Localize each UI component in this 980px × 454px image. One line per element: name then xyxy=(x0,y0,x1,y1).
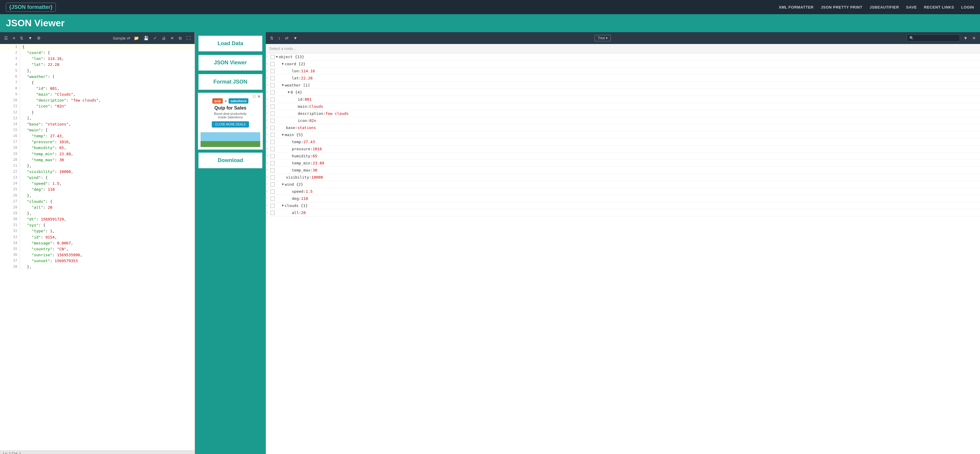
drag-handle: ⠿ xyxy=(266,204,269,207)
tree-row[interactable]: ⠿ id : 801 xyxy=(266,96,980,103)
tree-up-icon[interactable]: ⇅ xyxy=(269,35,275,41)
tree-checkbox[interactable] xyxy=(270,211,275,215)
tree-indent xyxy=(276,211,288,215)
ad-cta-button[interactable]: CLOSE MORE DEALS xyxy=(212,121,249,127)
tree-row[interactable]: ⠿ all : 20 xyxy=(266,209,980,216)
tree-view-button[interactable]: Tree ▾ xyxy=(595,35,611,41)
align-center-icon[interactable]: ≡ xyxy=(11,35,16,41)
format-json-button[interactable]: Format JSON xyxy=(198,73,263,90)
tree-expand-icon[interactable]: ▼ xyxy=(282,204,284,208)
tree-row[interactable]: ⠿ ▼weather [1] xyxy=(266,82,980,89)
tree-expand-icon[interactable]: ▼ xyxy=(276,55,278,59)
tree-checkbox[interactable] xyxy=(270,69,275,73)
tree-row[interactable]: ⠿ humidity : 65 xyxy=(266,152,980,160)
main-layout: ☰ ≡ ⇅ ▼ ⚙ Sample ⇄ 📁 💾 ✓ 🖨 ✕ ⧉ ⛶ 1{2 "co… xyxy=(0,32,980,454)
nav-login[interactable]: LOGIN xyxy=(961,5,974,10)
tree-close-icon[interactable]: ✕ xyxy=(971,35,977,41)
nav-json-pretty-print[interactable]: JSON PRETTY PRINT xyxy=(821,5,862,10)
json-viewer-button[interactable]: JSON Viewer xyxy=(198,54,263,71)
align-left-icon[interactable]: ☰ xyxy=(3,35,9,41)
tree-filter-icon[interactable]: ▼ xyxy=(292,35,299,41)
tree-checkbox[interactable] xyxy=(270,76,275,80)
tree-row[interactable]: ⠿ pressure : 1016 xyxy=(266,146,980,152)
tree-expand-icon[interactable]: ▼ xyxy=(288,90,290,94)
tree-checkbox[interactable] xyxy=(270,183,275,187)
tree-content[interactable]: ⠿ ▼object {13}⠿ ▼coord {2}⠿ lon : 114.16… xyxy=(266,54,980,454)
tree-down-icon[interactable]: ↕ xyxy=(277,35,282,41)
tree-checkbox[interactable] xyxy=(270,97,275,102)
tree-checkbox[interactable] xyxy=(270,62,275,66)
tree-row[interactable]: ⠿ ▼0 {4} xyxy=(266,89,980,96)
tree-expand-icon[interactable]: ▼ xyxy=(282,133,284,137)
sample-button[interactable]: Sample ⇄ xyxy=(113,36,130,40)
tree-checkbox[interactable] xyxy=(270,140,275,144)
tree-row[interactable]: ⠿ ▼wind {2} xyxy=(266,181,980,188)
settings-icon[interactable]: ⚙ xyxy=(36,35,42,41)
tree-checkbox[interactable] xyxy=(270,168,275,172)
tree-checkbox[interactable] xyxy=(270,154,275,158)
tree-row[interactable]: ⠿ temp_min : 23.89 xyxy=(266,160,980,167)
tree-checkbox[interactable] xyxy=(270,189,275,194)
tree-checkbox[interactable] xyxy=(270,204,275,208)
tree-checkbox[interactable] xyxy=(270,175,275,179)
tree-row[interactable]: ⠿ lon : 114.16 xyxy=(266,68,980,75)
tree-row[interactable]: ⠿ icon : 02n xyxy=(266,117,980,124)
tree-checkbox[interactable] xyxy=(270,126,275,130)
ad-close-icon[interactable]: ✕ xyxy=(257,94,261,99)
nav-jsbeautifier[interactable]: JSBEAUTIFIER xyxy=(870,5,899,10)
line-code: "country": "CN", xyxy=(20,246,195,252)
tree-checkbox[interactable] xyxy=(270,105,275,109)
copy-icon[interactable]: ⧉ xyxy=(178,35,183,41)
tree-indent xyxy=(276,154,288,158)
nav-recent-links[interactable]: RECENT LINKS xyxy=(924,5,954,10)
tree-row[interactable]: ⠿ ▼main {5} xyxy=(266,131,980,138)
tree-indent xyxy=(276,83,282,87)
tree-checkbox[interactable] xyxy=(270,119,275,123)
tree-row[interactable]: ⠿ base : stations xyxy=(266,124,980,131)
tree-search-input[interactable] xyxy=(907,35,960,41)
tree-row[interactable]: ⠿ lat : 22.28 xyxy=(266,75,980,82)
tree-row[interactable]: ⠿ description : few clouds xyxy=(266,110,980,117)
filter-icon[interactable]: ▼ xyxy=(27,35,33,41)
tree-checkbox[interactable] xyxy=(270,161,275,165)
tree-value: 30 xyxy=(312,168,317,172)
tree-expand-icon[interactable]: ▼ xyxy=(282,183,284,186)
tree-checkbox[interactable] xyxy=(270,90,275,94)
print-icon[interactable]: 🖨 xyxy=(161,35,167,41)
tree-checkbox[interactable] xyxy=(270,133,275,137)
line-code: "type": 1, xyxy=(20,228,195,234)
close-icon[interactable]: ✕ xyxy=(169,35,175,41)
expand-icon[interactable]: ⛶ xyxy=(185,35,192,41)
tree-checkbox[interactable] xyxy=(270,147,275,151)
ad-info-icon[interactable]: ⓘ xyxy=(253,94,256,99)
tree-checkbox[interactable] xyxy=(270,55,275,59)
save-icon[interactable]: 💾 xyxy=(142,35,150,41)
tree-checkbox[interactable] xyxy=(270,111,275,116)
line-number: 29 xyxy=(0,211,20,216)
tree-row[interactable]: ⠿ ▼clouds {1} xyxy=(266,202,980,209)
tree-checkbox[interactable] xyxy=(270,83,275,87)
tree-row[interactable]: ⠿ deg : 110 xyxy=(266,195,980,202)
tree-row[interactable]: ⠿ temp : 27.43 xyxy=(266,138,980,146)
editor-content[interactable]: 1{2 "coord": {3 "lon": 114.16,4 "lat": 2… xyxy=(0,44,195,451)
load-data-button[interactable]: Load Data xyxy=(198,35,263,52)
nav-save[interactable]: SAVE xyxy=(906,5,917,10)
tree-expand-icon[interactable]: ▼ xyxy=(282,83,284,87)
tree-row[interactable]: ⠿ main : Clouds xyxy=(266,103,980,110)
nav-xml-formatter[interactable]: XML FORMATTER xyxy=(779,5,814,10)
tree-checkbox[interactable] xyxy=(270,197,275,201)
line-number: 3 xyxy=(0,56,20,62)
tree-row[interactable]: ⠿ ▼coord {2} xyxy=(266,60,980,68)
tree-row[interactable]: ⠿ temp_max : 30 xyxy=(266,167,980,174)
tree-separator: : xyxy=(307,104,309,109)
folder-icon[interactable]: 📁 xyxy=(133,35,140,41)
check-icon[interactable]: ✓ xyxy=(152,35,158,41)
tree-row[interactable]: ⠿ visibility : 10000 xyxy=(266,174,980,181)
tree-row[interactable]: ⠿ speed : 1.5 xyxy=(266,188,980,195)
tree-row[interactable]: ⠿ ▼object {13} xyxy=(266,54,980,60)
download-button[interactable]: Download xyxy=(198,152,263,169)
sort-icon[interactable]: ⇅ xyxy=(19,35,24,41)
tree-sort-icon[interactable]: ⇄ xyxy=(284,35,290,41)
tree-expand-icon[interactable]: ▼ xyxy=(282,62,284,66)
tree-search-filter-icon[interactable]: ▼ xyxy=(962,35,969,41)
